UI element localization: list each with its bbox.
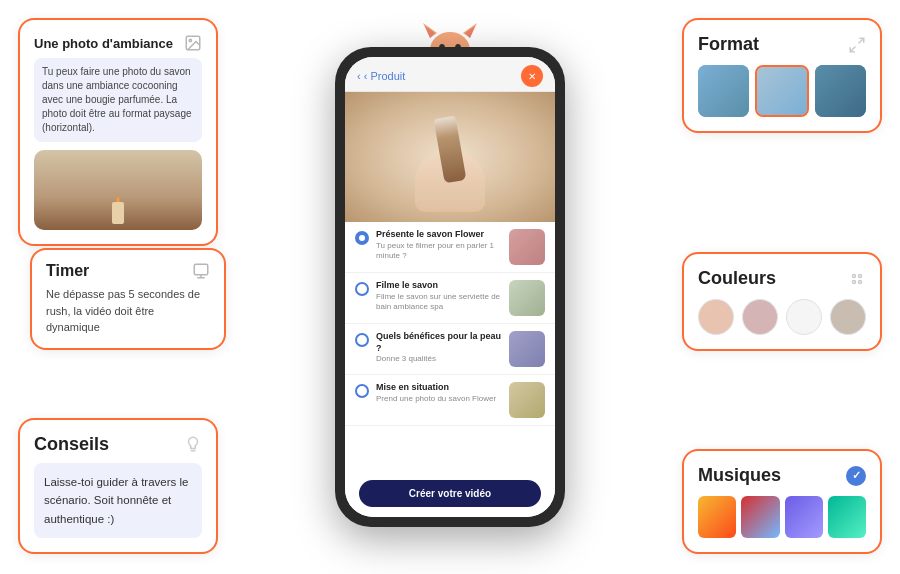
musiques-card: Musiques ✓ <box>682 449 882 554</box>
scenario-radio-3[interactable] <box>355 333 369 347</box>
phone-cta-area: Créer votre vidéo <box>345 472 555 517</box>
scenario-sub-4: Prend une photo du savon Flower <box>376 394 502 404</box>
swatch-taupe[interactable] <box>830 299 866 335</box>
timer-title: Timer <box>46 262 210 280</box>
photo-ambiance-image <box>34 150 202 230</box>
svg-point-10 <box>859 280 862 283</box>
phone-screen: ‹ ‹ Produit ✕ <box>345 57 555 517</box>
music-cover-3[interactable] <box>785 496 823 538</box>
scenario-text-2: Filme le savon Filme le savon sur une se… <box>376 280 502 312</box>
photo-ambiance-card: Une photo d'ambiance Tu peux faire une p… <box>18 18 218 246</box>
scenario-radio-2[interactable] <box>355 282 369 296</box>
resize-icon <box>848 36 866 54</box>
scenario-title-4: Mise en situation <box>376 382 502 394</box>
music-cover-4[interactable] <box>828 496 866 538</box>
phone-topbar: ‹ ‹ Produit ✕ <box>345 57 555 92</box>
svg-point-8 <box>859 274 862 277</box>
photo-ambiance-title: Une photo d'ambiance <box>34 34 202 52</box>
svg-point-7 <box>853 274 856 277</box>
scenario-title-1: Présente le savon Flower <box>376 229 502 241</box>
photo-ambiance-description: Tu peux faire une photo du savon dans un… <box>34 58 202 142</box>
swatch-peach[interactable] <box>698 299 734 335</box>
phone-close-button[interactable]: ✕ <box>521 65 543 87</box>
scenario-item-1[interactable]: Présente le savon Flower Tu peux te film… <box>345 222 555 273</box>
scenario-sub-3: Donne 3 qualités <box>376 354 502 364</box>
scenario-sub-1: Tu peux te filmer pour en parler 1 minut… <box>376 241 502 262</box>
conseils-description: Laisse-toi guider à travers le scénario.… <box>34 463 202 538</box>
phone-mockup: ‹ ‹ Produit ✕ <box>335 47 565 527</box>
swatch-pink[interactable] <box>742 299 778 335</box>
svg-rect-2 <box>194 264 208 275</box>
phone-scenario-list: Présente le savon Flower Tu peux te film… <box>345 222 555 472</box>
image-icon <box>184 34 202 52</box>
scenario-thumb-3 <box>509 331 545 367</box>
scenario-text-1: Présente le savon Flower Tu peux te film… <box>376 229 502 261</box>
format-portrait-thumb[interactable] <box>755 65 810 117</box>
svg-point-9 <box>853 280 856 283</box>
scenario-radio-4[interactable] <box>355 384 369 398</box>
phone-outer: ‹ ‹ Produit ✕ <box>335 47 565 527</box>
phone-hero-image <box>345 92 555 222</box>
phone-back-button[interactable]: ‹ ‹ Produit <box>357 70 405 82</box>
create-video-button[interactable]: Créer votre vidéo <box>359 480 541 507</box>
conseils-title: Conseils <box>34 434 202 455</box>
format-card: Format <box>682 18 882 133</box>
scenario-item-3[interactable]: Quels bénéfices pour la peau ? Donne 3 q… <box>345 324 555 375</box>
music-cover-2[interactable] <box>741 496 779 538</box>
hero-hand-brush <box>345 92 555 222</box>
swatch-white[interactable] <box>786 299 822 335</box>
format-landscape-thumb[interactable] <box>815 65 866 117</box>
music-cover-1[interactable] <box>698 496 736 538</box>
scenario-item-4[interactable]: Mise en situation Prend une photo du sav… <box>345 375 555 426</box>
check-icon: ✓ <box>846 466 866 486</box>
color-swatches <box>698 299 866 335</box>
svg-line-5 <box>859 38 864 43</box>
scenario-title-3: Quels bénéfices pour la peau ? <box>376 331 502 354</box>
scenario-thumb-1 <box>509 229 545 265</box>
svg-point-1 <box>189 39 191 41</box>
scenario-text-3: Quels bénéfices pour la peau ? Donne 3 q… <box>376 331 502 365</box>
conseils-card: Conseils Laisse-toi guider à travers le … <box>18 418 218 554</box>
scenario-sub-2: Filme le savon sur une serviette de bain… <box>376 292 502 313</box>
format-title: Format <box>698 34 866 55</box>
svg-marker-15 <box>465 26 475 38</box>
timer-description: Ne dépasse pas 5 secondes de rush, la vi… <box>46 286 210 336</box>
scenario-thumb-2 <box>509 280 545 316</box>
musiques-title: Musiques ✓ <box>698 465 866 486</box>
couleurs-card: Couleurs <box>682 252 882 351</box>
format-square-thumb[interactable] <box>698 65 749 117</box>
svg-line-6 <box>850 46 855 51</box>
scenario-title-2: Filme le savon <box>376 280 502 292</box>
scenario-radio-1[interactable] <box>355 231 369 245</box>
timer-card: Timer Ne dépasse pas 5 secondes de rush,… <box>30 248 226 350</box>
timer-icon <box>192 262 210 280</box>
lightbulb-icon <box>184 435 202 453</box>
format-images <box>698 65 866 117</box>
couleurs-title: Couleurs <box>698 268 866 289</box>
music-covers-list <box>698 496 866 538</box>
scenario-thumb-4 <box>509 382 545 418</box>
scenario-item-2[interactable]: Filme le savon Filme le savon sur une se… <box>345 273 555 324</box>
svg-marker-14 <box>425 26 435 38</box>
scenario-text-4: Mise en situation Prend une photo du sav… <box>376 382 502 404</box>
palette-icon <box>848 270 866 288</box>
